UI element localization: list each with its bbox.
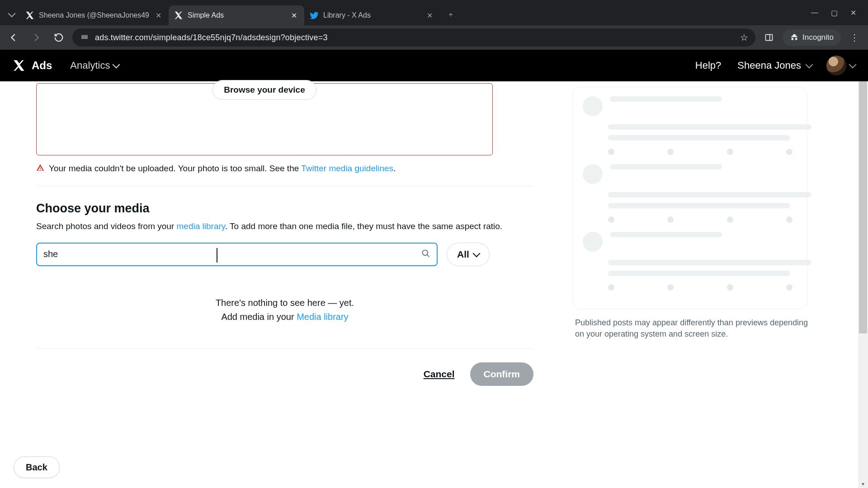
skeleton-avatar [583, 96, 603, 116]
avatar [826, 56, 846, 75]
page-body: Browse your device Your media couldn't b… [0, 81, 868, 488]
minimize-icon[interactable]: — [811, 9, 818, 17]
cancel-button[interactable]: Cancel [424, 369, 455, 380]
svg-point-4 [423, 250, 428, 255]
skeleton-icon [667, 216, 674, 223]
skeleton-icon [667, 284, 674, 291]
svg-rect-0 [82, 36, 87, 37]
skeleton-icon [786, 284, 793, 291]
warning-icon [36, 164, 44, 174]
browse-device-button[interactable]: Browse your device [212, 80, 316, 100]
x-icon [174, 11, 183, 20]
skeleton-icon [608, 149, 614, 155]
upload-error: Your media couldn't be uploaded. Your ph… [36, 164, 552, 174]
chevron-down-icon [472, 249, 480, 257]
browser-tab[interactable]: Sheena Jones (@SheenaJones49 ✕ [20, 5, 169, 25]
text-cursor [217, 248, 217, 263]
scrollbar[interactable]: ▾ [858, 81, 868, 488]
url-text: ads.twitter.com/simpleads/18ce55njq7n/ad… [95, 33, 735, 42]
help-link[interactable]: Help? [695, 60, 721, 71]
section-description: Search photos and videos from your media… [36, 220, 533, 233]
divider [36, 186, 533, 186]
x-logo-icon [13, 59, 25, 72]
close-icon[interactable]: ✕ [154, 9, 163, 22]
preview-panel [572, 87, 807, 309]
filter-label: All [457, 249, 469, 260]
skeleton-icon [727, 284, 733, 291]
confirm-button[interactable]: Confirm [470, 362, 534, 386]
divider [36, 348, 533, 349]
address-bar[interactable]: ads.twitter.com/simpleads/18ce55njq7n/ad… [72, 28, 755, 47]
user-name: Sheena Jones [737, 60, 801, 71]
app-header: Ads Analytics Help? Sheena Jones [0, 50, 868, 81]
close-window-icon[interactable]: ✕ [850, 9, 856, 17]
upload-dropzone[interactable]: Browse your device [36, 83, 493, 155]
dialog-actions: Cancel Confirm [18, 362, 533, 386]
skeleton-avatar [583, 232, 603, 252]
tab-title: Sheena Jones (@SheenaJones49 [39, 11, 149, 19]
chevron-down-icon [806, 61, 813, 69]
skeleton-icon [786, 149, 793, 155]
skeleton-icon [727, 216, 733, 223]
browser-tab-strip: Sheena Jones (@SheenaJones49 ✕ Simple Ad… [0, 0, 868, 25]
skeleton-icon [667, 149, 674, 155]
x-icon [25, 11, 34, 20]
tab-search-icon[interactable] [4, 6, 20, 23]
incognito-label: Incognito [802, 33, 834, 42]
chevron-down-icon [113, 61, 120, 69]
error-text: Your media couldn't be uploaded. Your ph… [49, 164, 396, 174]
incognito-indicator[interactable]: Incognito [783, 29, 841, 46]
section-title: Choose your media [36, 202, 533, 216]
browser-tab[interactable]: Simple Ads ✕ [169, 5, 304, 25]
skeleton-line [610, 96, 722, 102]
kebab-icon[interactable]: ⋮ [845, 28, 863, 47]
reload-icon[interactable] [50, 28, 68, 47]
analytics-label: Analytics [70, 60, 110, 71]
media-filter-dropdown[interactable]: All [447, 243, 490, 266]
star-icon[interactable]: ☆ [740, 32, 748, 43]
search-input[interactable] [43, 249, 421, 259]
browser-tab[interactable]: Library - X Ads ✕ [304, 5, 440, 25]
brand-label: Ads [32, 59, 52, 72]
maximize-icon[interactable]: ▢ [831, 9, 838, 17]
svg-line-5 [427, 254, 429, 257]
site-info-icon[interactable] [80, 33, 90, 42]
back-icon[interactable] [5, 28, 23, 47]
nav-analytics[interactable]: Analytics [70, 60, 119, 71]
close-icon[interactable]: ✕ [289, 9, 299, 22]
empty-title: There's nothing to see here — yet. [36, 298, 533, 308]
tab-title: Library - X Ads [323, 11, 420, 19]
svg-rect-2 [766, 34, 773, 40]
media-search-field[interactable] [36, 243, 438, 266]
skeleton-line [608, 260, 811, 265]
guidelines-link[interactable]: Twitter media guidelines [301, 164, 393, 173]
window-controls: — ▢ ✕ [803, 9, 864, 25]
account-switcher[interactable]: Sheena Jones [737, 60, 812, 71]
chevron-down-icon [849, 61, 857, 69]
scroll-down-icon[interactable]: ▾ [858, 481, 868, 487]
back-button[interactable]: Back [14, 456, 60, 478]
skeleton-line [610, 232, 722, 237]
user-menu[interactable] [820, 56, 855, 75]
skeleton-line [608, 135, 790, 141]
skeleton-icon [786, 216, 793, 223]
close-icon[interactable]: ✕ [425, 9, 434, 22]
skeleton-line [610, 164, 722, 169]
side-panel-icon[interactable] [760, 28, 778, 47]
empty-state: There's nothing to see here — yet. Add m… [36, 298, 533, 322]
media-library-link[interactable]: Media library [297, 312, 348, 322]
skeleton-icon [608, 284, 614, 291]
skeleton-icon [608, 216, 614, 223]
new-tab-button[interactable]: ＋ [443, 6, 459, 23]
forward-icon [27, 28, 45, 47]
skeleton-line [608, 124, 811, 130]
search-icon[interactable] [421, 249, 430, 260]
skeleton-line [608, 192, 811, 197]
svg-rect-1 [82, 38, 87, 38]
media-library-link[interactable]: media library [177, 221, 225, 231]
skeleton-icon [727, 149, 733, 155]
skeleton-avatar [583, 164, 603, 184]
brand[interactable]: Ads [13, 59, 52, 72]
scrollbar-thumb[interactable] [859, 81, 867, 333]
browser-toolbar: ads.twitter.com/simpleads/18ce55njq7n/ad… [0, 25, 868, 50]
